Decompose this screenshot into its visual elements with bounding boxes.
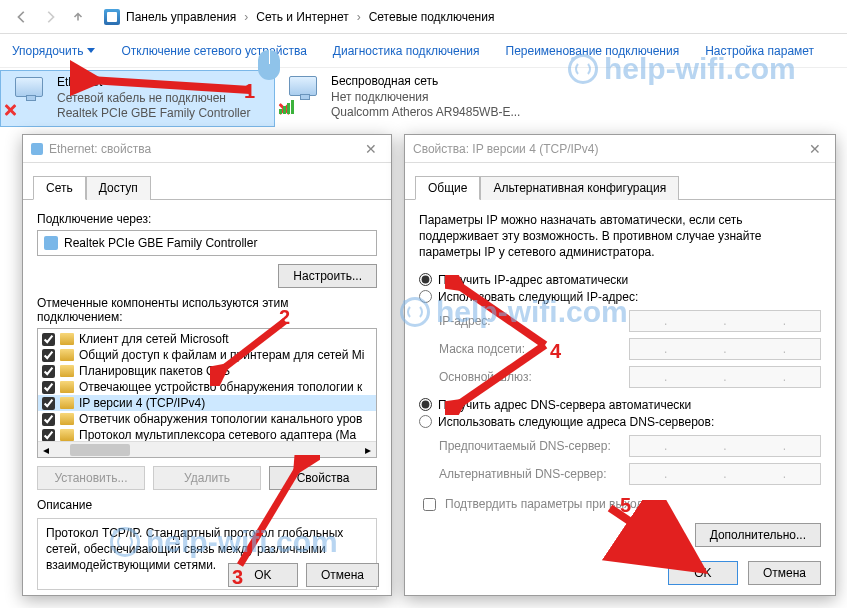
list-item[interactable]: Планировщик пакетов QoS — [38, 363, 376, 379]
components-list: Клиент для сетей Microsoft Общий доступ … — [37, 328, 377, 458]
ethernet-properties-dialog: Ethernet: свойства ✕ Сеть Доступ Подключ… — [22, 134, 392, 596]
dns-pref-label: Предпочитаемый DNS-сервер: — [439, 439, 629, 453]
dns-alt-input: ... — [629, 463, 821, 485]
scroll-right-icon[interactable]: ▸ — [360, 442, 376, 458]
protocol-icon — [60, 429, 74, 441]
adapter-field: Realtek PCIe GBE Family Controller — [37, 230, 377, 256]
close-button[interactable]: ✕ — [803, 141, 827, 157]
wifi-icon — [283, 74, 323, 112]
advanced-button[interactable]: Дополнительно... — [695, 523, 821, 547]
scroll-left-icon[interactable]: ◂ — [38, 442, 54, 458]
description-title: Описание — [37, 498, 377, 512]
dialog-title: Свойства: IP версии 4 (TCP/IPv4) — [413, 142, 599, 156]
ethernet-icon — [9, 75, 49, 113]
protocol-icon — [60, 365, 74, 377]
breadcrumb-mid[interactable]: Сеть и Интернет — [256, 10, 348, 24]
cancel-button[interactable]: Отмена — [306, 563, 379, 587]
list-item[interactable]: Общий доступ к файлам и принтерам для се… — [38, 347, 376, 363]
radio-ip-auto[interactable]: Получить IP-адрес автоматически — [419, 273, 821, 287]
connection-title: Беспроводная сеть — [331, 74, 520, 90]
radio-input[interactable] — [419, 290, 432, 303]
connection-adapter: Realtek PCIe GBE Family Controller — [57, 106, 250, 122]
rename-cmd[interactable]: Переименование подключения — [506, 44, 680, 58]
list-item-ipv4[interactable]: IP версии 4 (TCP/IPv4) — [38, 395, 376, 411]
chevron-down-icon — [87, 48, 95, 53]
info-text: Параметры IP можно назначать автоматичес… — [419, 212, 821, 261]
command-bar: Упорядочить Отключение сетевого устройст… — [0, 34, 847, 68]
confirm-on-exit[interactable]: Подтвердить параметры при выходе — [419, 495, 821, 514]
protocol-icon — [60, 333, 74, 345]
radio-input[interactable] — [419, 273, 432, 286]
checkbox[interactable] — [42, 333, 55, 346]
adapter-name: Realtek PCIe GBE Family Controller — [64, 236, 257, 250]
error-x-icon — [3, 103, 17, 117]
subnet-mask-label: Маска подсети: — [439, 342, 629, 356]
connect-via-label: Подключение через: — [37, 212, 377, 226]
titlebar: Свойства: IP версии 4 (TCP/IPv4) ✕ — [405, 135, 835, 163]
radio-input[interactable] — [419, 398, 432, 411]
connection-title: Ethernet — [57, 75, 250, 91]
gateway-input: ... — [629, 366, 821, 388]
subnet-mask-input: ... — [629, 338, 821, 360]
radio-ip-manual[interactable]: Использовать следующий IP-адрес: — [419, 290, 821, 304]
forward-button[interactable] — [38, 5, 62, 29]
tabs: Общие Альтернативная конфигурация — [405, 169, 835, 200]
checkbox[interactable] — [42, 381, 55, 394]
cancel-button[interactable]: Отмена — [748, 561, 821, 585]
ok-button[interactable]: OK — [668, 561, 738, 585]
back-button[interactable] — [10, 5, 34, 29]
chevron-right-icon: › — [244, 10, 248, 24]
checkbox[interactable] — [42, 429, 55, 442]
disable-device-cmd[interactable]: Отключение сетевого устройства — [121, 44, 306, 58]
control-panel-icon — [104, 9, 120, 25]
tab-general[interactable]: Общие — [415, 176, 480, 200]
horizontal-scrollbar[interactable]: ◂ ▸ — [38, 441, 376, 457]
ip-address-input: ... — [629, 310, 821, 332]
gateway-label: Основной шлюз: — [439, 370, 629, 384]
connection-status: Сетевой кабель не подключен — [57, 91, 250, 107]
scroll-thumb[interactable] — [70, 444, 130, 456]
organize-menu[interactable]: Упорядочить — [12, 44, 95, 58]
tab-access[interactable]: Доступ — [86, 176, 151, 200]
signal-bars-icon — [279, 100, 294, 114]
ipv4-properties-dialog: Свойства: IP версии 4 (TCP/IPv4) ✕ Общие… — [404, 134, 836, 596]
tab-alt-config[interactable]: Альтернативная конфигурация — [480, 176, 679, 200]
checkbox[interactable] — [42, 349, 55, 362]
tab-network[interactable]: Сеть — [33, 176, 86, 200]
list-item[interactable]: Отвечающее устройство обнаружения тополо… — [38, 379, 376, 395]
checkbox[interactable] — [42, 365, 55, 378]
breadcrumb-leaf[interactable]: Сетевые подключения — [369, 10, 495, 24]
address-bar: Панель управления › Сеть и Интернет › Се… — [0, 0, 847, 34]
list-item[interactable]: Ответчик обнаружения топологии канальног… — [38, 411, 376, 427]
install-button[interactable]: Установить... — [37, 466, 145, 490]
network-icon — [31, 143, 43, 155]
ok-button[interactable]: OK — [228, 563, 298, 587]
protocol-icon — [60, 413, 74, 425]
properties-button[interactable]: Свойства — [269, 466, 377, 490]
chevron-right-icon: › — [357, 10, 361, 24]
remove-button[interactable]: Удалить — [153, 466, 261, 490]
dns-pref-input: ... — [629, 435, 821, 457]
protocol-icon — [60, 397, 74, 409]
radio-dns-manual[interactable]: Использовать следующие адреса DNS-сервер… — [419, 415, 821, 429]
components-label: Отмеченные компоненты используются этим … — [37, 296, 377, 324]
connection-ethernet[interactable]: Ethernet Сетевой кабель не подключен Rea… — [0, 70, 275, 127]
checkbox[interactable] — [42, 397, 55, 410]
connection-status: Нет подключения — [331, 90, 520, 106]
settings-cmd[interactable]: Настройка парамет — [705, 44, 814, 58]
configure-button[interactable]: Настроить... — [278, 264, 377, 288]
diagnose-cmd[interactable]: Диагностика подключения — [333, 44, 480, 58]
up-button[interactable] — [66, 5, 90, 29]
checkbox[interactable] — [423, 498, 436, 511]
close-button[interactable]: ✕ — [359, 141, 383, 157]
breadcrumb: Панель управления › Сеть и Интернет › Се… — [126, 10, 494, 24]
breadcrumb-root[interactable]: Панель управления — [126, 10, 236, 24]
connections-list: Ethernet Сетевой кабель не подключен Rea… — [0, 68, 847, 129]
radio-input[interactable] — [419, 415, 432, 428]
connection-wifi[interactable]: Беспроводная сеть Нет подключения Qualco… — [275, 70, 550, 127]
list-item[interactable]: Клиент для сетей Microsoft — [38, 331, 376, 347]
protocol-icon — [60, 381, 74, 393]
checkbox[interactable] — [42, 413, 55, 426]
radio-dns-auto[interactable]: Получить адрес DNS-сервера автоматически — [419, 398, 821, 412]
adapter-icon — [44, 236, 58, 250]
